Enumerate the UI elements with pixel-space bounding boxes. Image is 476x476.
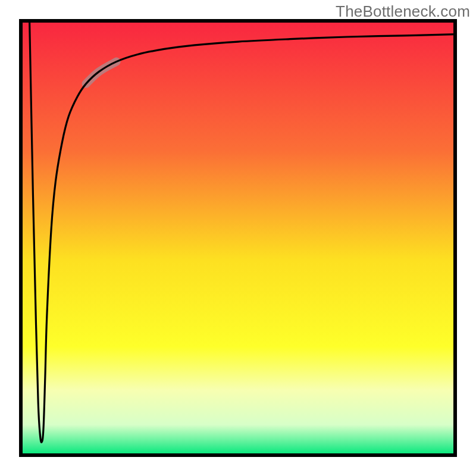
chart-svg <box>0 0 476 476</box>
chart-stage: TheBottleneck.com <box>0 0 476 476</box>
watermark-text: TheBottleneck.com <box>336 2 470 21</box>
